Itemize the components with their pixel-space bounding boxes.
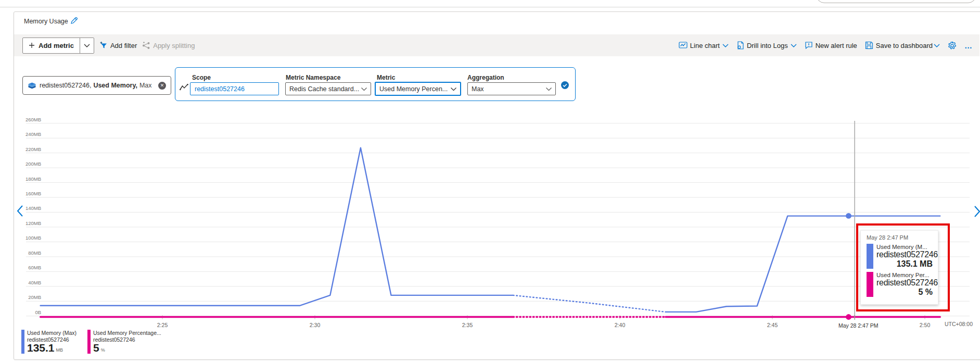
x-axis-label: 2:40 (615, 322, 626, 328)
y-axis-label: 200MB (26, 161, 41, 167)
timezone-label: UTC+08:00 (945, 321, 973, 327)
y-axis-label: 100MB (26, 235, 41, 241)
y-axis-label: 20MB (28, 294, 41, 300)
y-axis-label: 180MB (26, 176, 41, 182)
y-axis-label: 80MB (28, 250, 41, 256)
legend-value: 135.1MB (27, 342, 63, 354)
memory-usage-chart[interactable]: 0B20MB40MB60MB80MB100MB120MB140MB160MB18… (0, 0, 980, 362)
y-axis-label: 0B (35, 309, 41, 315)
x-axis-label: 2:50 (920, 322, 931, 328)
pan-right-icon[interactable] (974, 205, 980, 218)
series-marker (846, 213, 851, 219)
legend-series-label: Used Memory Percentage... (93, 330, 161, 336)
y-axis-label: 260MB (26, 117, 41, 122)
highlight-rectangle (856, 223, 950, 311)
legend-series-label: Used Memory (Max) (27, 330, 77, 336)
x-axis-label: 2:35 (462, 322, 473, 328)
x-axis-label: 2:25 (157, 322, 168, 328)
x-axis-label: 2:45 (767, 322, 778, 328)
y-axis-label: 40MB (28, 280, 41, 285)
x-axis-label: 2:30 (310, 322, 321, 328)
legend-color-bar (87, 330, 91, 354)
series-line-memory (41, 148, 513, 306)
y-axis-label: 220MB (26, 146, 41, 152)
y-axis-label: 60MB (28, 265, 41, 270)
legend-value: 5% (93, 342, 105, 354)
series-marker (846, 314, 851, 320)
y-axis-label: 120MB (26, 220, 41, 226)
y-axis-label: 160MB (26, 191, 41, 196)
legend-color-bar (21, 330, 24, 354)
pan-left-icon[interactable] (16, 205, 23, 217)
y-axis-label: 240MB (26, 131, 41, 137)
y-axis-label: 140MB (26, 205, 41, 211)
cursor-label: May 28 2:47 PM (838, 322, 878, 329)
metrics-page: Memory Usage Add metric Add filter (0, 0, 980, 362)
series-line-memory (513, 295, 666, 312)
